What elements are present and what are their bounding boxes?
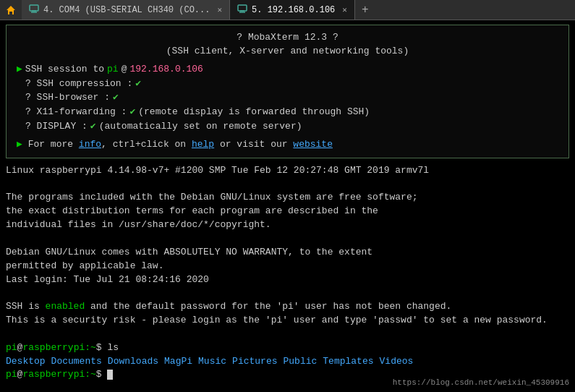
infobox-more: ▶ For more info, ctrl+click on help or v…	[17, 138, 558, 152]
enabled-text: enabled	[46, 301, 85, 312]
info-link: info	[79, 139, 101, 150]
logo-icon	[0, 0, 22, 20]
prompt-dollar1: $	[96, 342, 102, 353]
help-link[interactable]: help	[192, 139, 214, 150]
display-line: ? DISPLAY : ✔ (automatically set on remo…	[17, 120, 558, 134]
terminal[interactable]: ? MobaXterm 12.3 ? (SSH client, X-server…	[0, 20, 575, 392]
ssh-browser-line: ? SSH-browser : ✔	[17, 91, 558, 105]
infobox-subtitle: (SSH client, X-server and networking too…	[17, 45, 558, 59]
tab-com4[interactable]: 4. COM4 (USB-SERIAL CH340 (CO... ✕	[22, 0, 230, 20]
cursor	[107, 370, 113, 380]
dir-templates: Templates	[323, 355, 373, 369]
ssh-user: pi	[107, 63, 119, 77]
prompt-cmd1: ls	[102, 342, 119, 353]
dir-desktop: Desktop	[6, 355, 46, 369]
ssh-enabled-line2: This is a security risk - please login a…	[6, 314, 569, 328]
prompt-tilde1: :~	[85, 342, 96, 353]
directory-listing: Desktop Documents Downloads MagPi Music …	[6, 355, 569, 369]
dir-videos: Videos	[380, 355, 414, 369]
tab-ssh[interactable]: 5. 192.168.0.106 ✕	[230, 0, 355, 20]
programs-line1: The programs included with the Debian GN…	[6, 191, 569, 205]
ssh-session-line: ▶ SSH session to pi@192.168.0.106	[17, 63, 558, 77]
ssh-host: 192.168.0.106	[129, 63, 203, 77]
ssh-at: @	[122, 63, 127, 77]
tab-ssh-label: 5. 192.168.0.106	[252, 5, 335, 15]
tab-ssh-close[interactable]: ✕	[342, 5, 347, 14]
prompt-user2: pi	[6, 369, 17, 380]
blank-line-4	[6, 328, 569, 341]
tab-add-button[interactable]: +	[355, 0, 375, 20]
footer-url: https://blog.csdn.net/weixin_45309916	[393, 378, 569, 389]
tab-com4-label: 4. COM4 (USB-SERIAL CH340 (CO...	[43, 5, 210, 15]
prompt-host1: raspberrypi	[22, 342, 85, 353]
ssh-session-label: SSH session to	[25, 63, 104, 77]
blank-line-1	[6, 178, 569, 192]
dir-music: Music	[198, 355, 226, 369]
dir-documents: Documents	[51, 355, 102, 369]
blank-line-2	[6, 232, 569, 246]
tab-icon-ssh	[237, 4, 247, 17]
prompt-ls: pi@raspberrypi:~$ ls	[6, 341, 569, 355]
prompt-user1: pi	[6, 342, 17, 353]
arrow-icon: ▶	[17, 63, 22, 77]
svg-rect-1	[30, 5, 38, 11]
arrow2-icon: ▶	[17, 139, 22, 150]
debian-line2: permitted by applicable law.	[6, 260, 569, 273]
dir-public: Public	[284, 355, 318, 369]
linux-line: Linux raspberrypi 4.14.98-v7+ #1200 SMP …	[6, 164, 569, 178]
tab-com4-close[interactable]: ✕	[217, 5, 222, 14]
prompt-host2: raspberrypi	[22, 369, 85, 380]
ssh-compression-line: ? SSH compression : ✔	[17, 77, 558, 91]
dir-magpi: MagPi	[164, 355, 192, 369]
programs-line2: the exact distribution terms for each pr…	[6, 205, 569, 218]
dir-pictures: Pictures	[232, 355, 277, 369]
infobox: ? MobaXterm 12.3 ? (SSH client, X-server…	[6, 25, 569, 158]
prompt-dollar2: $	[96, 369, 102, 380]
lastlogin-line: Last login: Tue Jul 21 08:24:16 2020	[6, 273, 569, 287]
svg-rect-4	[238, 5, 247, 11]
infobox-title: ? MobaXterm 12.3 ?	[17, 31, 558, 45]
x11-forwarding-line: ? X11-forwarding : ✔ (remote display is …	[17, 106, 558, 119]
tab-bar: 4. COM4 (USB-SERIAL CH340 (CO... ✕ 5. 19…	[0, 0, 575, 20]
ssh-enabled-line1: SSH is enabled and the default password …	[6, 300, 569, 314]
tab-icon-com4	[29, 4, 39, 17]
blank-line-3	[6, 286, 569, 300]
dir-downloads: Downloads	[108, 355, 158, 369]
website-link[interactable]: website	[293, 139, 333, 150]
debian-line1: Debian GNU/Linux comes with ABSOLUTELY N…	[6, 246, 569, 260]
svg-marker-0	[7, 6, 15, 14]
programs-line3: individual files in /usr/share/doc/*/cop…	[6, 218, 569, 232]
prompt-tilde2: :~	[85, 369, 96, 380]
